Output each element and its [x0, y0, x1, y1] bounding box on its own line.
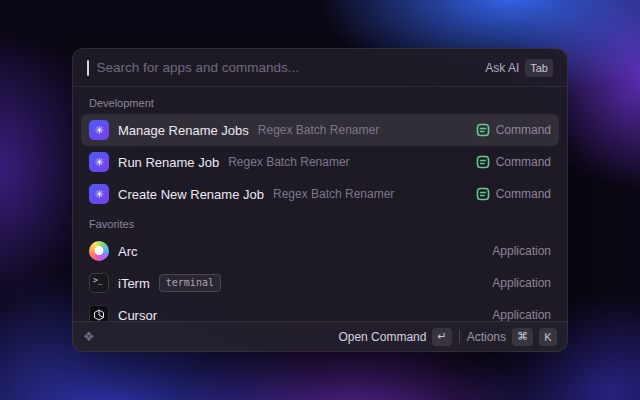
results-list: Development ✳ Manage Rename Jobs Regex B…: [73, 87, 567, 321]
text-caret: [87, 60, 89, 76]
list-item-arc[interactable]: Arc Application: [81, 235, 559, 267]
iterm-app-icon: >_: [89, 273, 109, 293]
footer-app-icon: ❖: [83, 330, 95, 343]
tab-key-badge: Tab: [525, 59, 553, 77]
list-item-manage-rename-jobs[interactable]: ✳ Manage Rename Jobs Regex Batch Renamer…: [81, 114, 559, 146]
item-subtitle: Regex Batch Renamer: [273, 187, 394, 201]
item-title: Manage Rename Jobs: [118, 123, 249, 138]
enter-key-badge: ↵: [432, 328, 451, 346]
item-type: Application: [492, 308, 551, 321]
command-icon: [476, 187, 490, 201]
open-command-label: Open Command: [338, 330, 426, 344]
list-item-run-rename-job[interactable]: ✳ Run Rename Job Regex Batch Renamer Com…: [81, 146, 559, 178]
list-item-iterm[interactable]: >_ iTerm terminal Application: [81, 267, 559, 299]
command-icon: [476, 123, 490, 137]
item-type: Command: [496, 155, 551, 169]
item-title: Create New Rename Job: [118, 187, 264, 202]
item-title: Arc: [118, 244, 138, 259]
cursor-app-icon: [89, 305, 109, 321]
regex-batch-renamer-icon: ✳: [89, 152, 109, 172]
actions-button[interactable]: Actions ⌘ K: [467, 328, 557, 346]
regex-batch-renamer-icon: ✳: [89, 120, 109, 140]
regex-batch-renamer-icon: ✳: [89, 184, 109, 204]
arc-app-icon: [89, 241, 109, 261]
list-item-cursor[interactable]: Cursor Application: [81, 299, 559, 321]
command-icon: [476, 155, 490, 169]
actions-label: Actions: [467, 330, 506, 344]
item-type: Command: [496, 187, 551, 201]
item-type: Application: [492, 244, 551, 258]
item-type: Application: [492, 276, 551, 290]
item-tag-badge: terminal: [159, 274, 221, 292]
cmd-key-badge: ⌘: [512, 328, 533, 346]
footer-divider: [459, 330, 460, 343]
item-title: iTerm: [118, 276, 150, 291]
launcher-window: Ask AI Tab Development ✳ Manage Rename J…: [72, 48, 568, 352]
search-bar: Ask AI Tab: [73, 49, 567, 87]
list-item-create-new-rename-job[interactable]: ✳ Create New Rename Job Regex Batch Rena…: [81, 178, 559, 210]
section-title-favorites: Favorites: [81, 210, 559, 235]
open-command-button[interactable]: Open Command ↵: [338, 328, 451, 346]
item-type: Command: [496, 123, 551, 137]
k-key-badge: K: [539, 328, 557, 346]
ask-ai-label: Ask AI: [485, 61, 519, 75]
ask-ai-button[interactable]: Ask AI Tab: [485, 59, 553, 77]
item-title: Cursor: [118, 308, 157, 322]
item-subtitle: Regex Batch Renamer: [258, 123, 379, 137]
section-title-development: Development: [81, 89, 559, 114]
item-subtitle: Regex Batch Renamer: [228, 155, 349, 169]
search-input[interactable]: [97, 60, 478, 75]
footer-bar: ❖ Open Command ↵ Actions ⌘ K: [73, 321, 567, 351]
item-title: Run Rename Job: [118, 155, 219, 170]
